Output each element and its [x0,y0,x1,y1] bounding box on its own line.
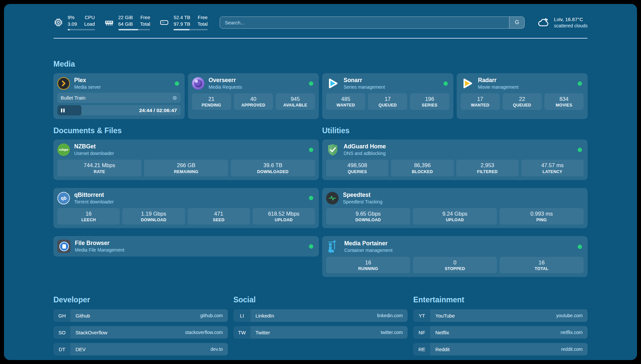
radarr-link[interactable]: Radarr Movie management [461,77,584,90]
stat-label: DOWNLOADED [231,169,314,174]
stat-value: 1.19 Gbps [123,210,184,217]
radarr-icon [461,77,474,90]
bookmark-name: Twitter [256,330,378,335]
bookmark-url: netflix.com [561,330,583,335]
overseerr-link[interactable]: Overseerr Media Requests [192,77,315,90]
stat-blocked: 86,396 BLOCKED [391,160,453,176]
speedtest-link[interactable]: Speedtest Speedtest Tracking [326,192,584,205]
stat-value: 22 [503,95,541,103]
bookmark-stackoverflow[interactable]: SO StackOverflow stackoverflow.com [53,326,228,339]
stat-running: 16 RUNNING [326,257,410,273]
bookmark-netflix[interactable]: NF Netflix netflix.com [413,326,588,339]
service-name: Speedtest [343,192,584,198]
memory-widget: 22 GiB 64 GiB Free Total [104,15,150,30]
middle-sections: Documents & Files nzbget NZBGet Usenet d… [53,126,588,277]
stat-value: 17 [461,95,499,103]
cpu-load-value: 3.09 [68,21,77,27]
resource-widgets: 9% 3.09 CPU Load [53,15,208,30]
stat-label: UPLOAD [253,218,314,222]
service-name: Sonarr [344,77,439,84]
bookmark-youtube[interactable]: YT YouTube youtube.com [413,309,588,322]
nzbget-link[interactable]: nzbget NZBGet Usenet downloader [57,143,315,156]
stat-value: 945 [276,95,314,103]
service-name: NZBGet [74,143,305,150]
service-name: qBittorrent [74,192,305,198]
bookmark-linkedin[interactable]: LI LinkedIn linkedin.com [233,309,408,322]
stat-value: 21 [193,95,230,103]
service-desc: Container management [344,247,573,253]
stat-label: TOTAL [500,266,583,271]
pause-icon[interactable] [61,108,65,112]
weather-text: Lviv, 16.87°C scattered clouds [554,16,588,29]
social-group-title: Social [233,295,408,304]
plex-icon [57,77,70,90]
gear-icon[interactable] [172,95,177,101]
stat-label: PENDING [193,103,230,107]
status-dot [578,81,582,86]
radarr-stats: 17 WANTED 22 QUEUED 834 MOVIES [461,93,584,110]
search-provider-button[interactable]: G [509,16,525,29]
bookmark-abbr: DT [53,343,71,355]
stat-label: WANTED [327,103,365,107]
search-input[interactable] [220,16,525,29]
disk-icon [159,17,169,27]
stat-queued: 17 QUEUED [368,93,407,110]
bookmark-abbr: YT [413,309,430,322]
stat-value: 196 [411,95,448,103]
bookmark-name: YouTube [435,313,553,318]
playback-progress: 24:44 / 02:06:47 [57,105,181,115]
stat-queries: 498,508 QUERIES [326,160,388,176]
stat-filtered: 2,953 FILTERED [456,160,519,176]
filebrowser-icon [57,240,71,253]
stat-label: AVAILABLE [276,103,314,107]
now-playing-title: Bullet Train [61,95,172,101]
stat-value: 744.21 Mbps [58,162,141,169]
service-desc: DNS and adblocking [344,150,573,156]
adguard-link[interactable]: AdGuard Home DNS and adblocking [326,143,584,156]
memory-total-value: 64 GiB [118,21,133,27]
portainer-link[interactable]: Media Portainer Container management [326,240,584,254]
bookmark-twitter[interactable]: TW Twitter twitter.com [233,326,408,339]
stat-label: STOPPED [413,266,496,271]
bookmark-abbr: TW [233,326,251,339]
bookmark-dev[interactable]: DT DEV dev.to [53,343,228,355]
bookmark-github[interactable]: GH Github github.com [53,309,228,322]
stat-pending: 21 PENDING [192,93,231,110]
bookmark-name: Reddit [435,347,558,352]
stat-label: DOWNLOAD [123,218,184,222]
stat-upload: 618.52 Mbps UPLOAD [253,208,315,225]
plex-link[interactable]: Plex Media server [57,77,181,90]
bookmark-abbr: NF [413,326,430,339]
stat-queued: 22 QUEUED [503,93,542,110]
service-desc: Usenet downloader [74,150,305,156]
stat-stopped: 0 STOPPED [413,257,497,273]
developer-group: Developer GH Github github.com SO StackO… [53,295,228,355]
stat-value: 16 [500,259,583,266]
entertainment-group: Entertainment YT YouTube youtube.com NF … [413,295,588,355]
stat-value: 485 [327,95,365,103]
status-dot [175,81,179,86]
nzbget-names: NZBGet Usenet downloader [74,143,305,156]
qbittorrent-link[interactable]: qb qBittorrent Torrent downloader [57,192,315,205]
bookmark-url: linkedin.com [377,313,403,318]
weather-condition: scattered clouds [554,23,588,29]
stat-label: APPROVED [234,103,272,107]
sonarr-card: Sonarr Series management 485 WANTED 17 Q… [322,73,453,119]
stat-label: MOVIES [545,103,583,107]
stat-label: WANTED [461,103,499,107]
filebrowser-link[interactable]: File Browser Media File Management [57,240,315,253]
disk-widget: 52.4 TB 97.9 TB Free Total [159,15,207,30]
sonarr-link[interactable]: Sonarr Series management [326,77,449,90]
radarr-card: Radarr Movie management 17 WANTED 22 QUE… [457,73,588,119]
stat-value: 498,508 [327,162,388,169]
bookmark-reddit[interactable]: RE Reddit reddit.com [413,343,588,355]
bookmark-name: LinkedIn [256,313,374,318]
cpu-icon [53,17,63,27]
stat-value: 40 [234,95,272,103]
now-playing-row: Bullet Train [57,93,181,103]
bookmark-url: reddit.com [561,347,583,352]
portainer-names: Media Portainer Container management [344,240,573,253]
portainer-icon [326,240,340,254]
service-name: AdGuard Home [344,143,573,150]
speedtest-icon [326,192,339,204]
